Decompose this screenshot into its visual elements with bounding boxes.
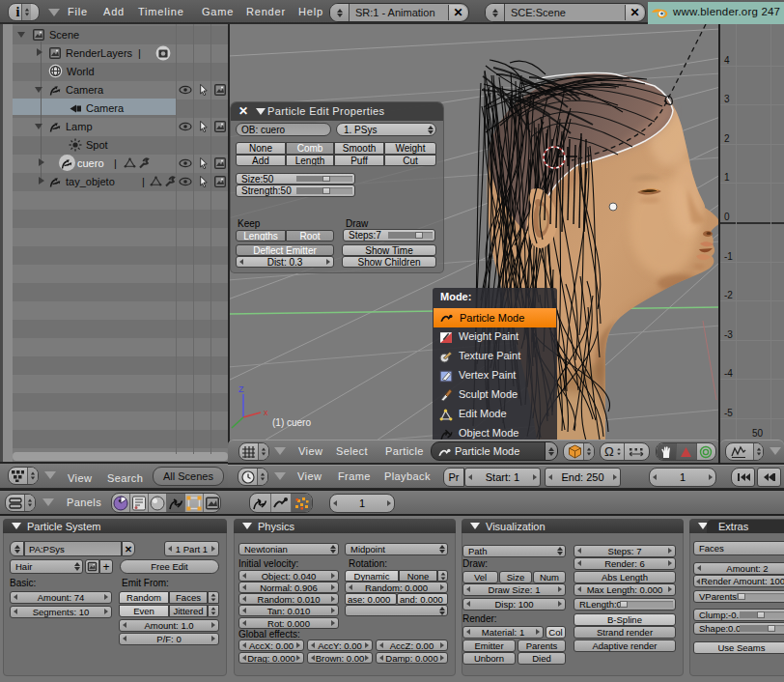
- svg-text:(1) cuero: (1) cuero: [272, 417, 311, 428]
- svg-text:x: x: [264, 408, 268, 417]
- svg-text:Z: Z: [238, 384, 244, 394]
